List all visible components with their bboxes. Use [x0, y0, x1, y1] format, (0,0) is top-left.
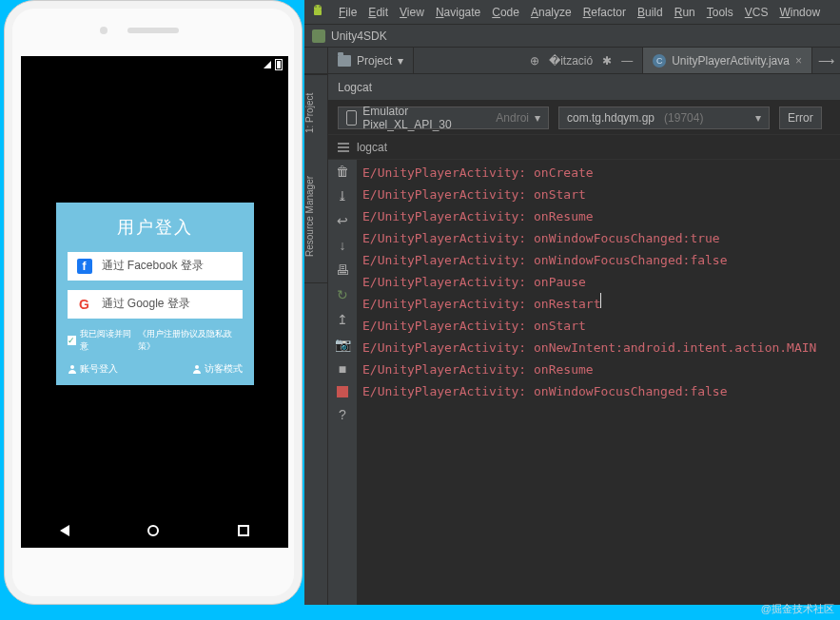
- process-dropdown-label: com.tg.hdqym.gp: [567, 111, 654, 125]
- logcat-tab-label[interactable]: logcat: [357, 141, 387, 154]
- agreement-link[interactable]: 《用户注册协议及隐私政策》: [138, 328, 243, 353]
- nav-recent-button[interactable]: [238, 525, 249, 536]
- android-nav-bar: [21, 513, 288, 548]
- menu-run[interactable]: Run: [669, 4, 701, 21]
- svg-point-0: [70, 365, 74, 369]
- nav-home-button[interactable]: [147, 525, 159, 536]
- log-line: E/UnityPlayerActivity: onStart: [362, 315, 834, 337]
- user-icon: [192, 364, 202, 374]
- log-line: E/UnityPlayerActivity: onWindowFocusChan…: [362, 227, 834, 249]
- android-studio-icon: [310, 3, 325, 22]
- guest-mode-link[interactable]: 访客模式: [192, 362, 243, 376]
- agreement-checkbox[interactable]: ✓: [68, 336, 76, 345]
- log-line: E/UnityPlayerActivity: onWindowFocusChan…: [362, 249, 834, 271]
- facebook-icon: f: [77, 259, 92, 274]
- signal-icon: [264, 61, 271, 68]
- project-module-icon: [312, 29, 325, 43]
- login-title: 用户登入: [68, 216, 243, 239]
- minimize-icon[interactable]: —: [621, 54, 633, 68]
- phone-camera-dot: [100, 27, 107, 34]
- svg-point-1: [195, 365, 199, 369]
- menu-edit[interactable]: Edit: [362, 4, 394, 21]
- logcat-options-icon[interactable]: [338, 143, 349, 152]
- trash-icon[interactable]: 🗑: [336, 164, 349, 179]
- device-dropdown-suffix: Androi: [496, 111, 529, 125]
- menu-code[interactable]: Code: [486, 4, 525, 21]
- svg-point-3: [315, 6, 316, 7]
- menu-view[interactable]: View: [394, 4, 430, 21]
- menu-tools[interactable]: Tools: [701, 4, 739, 21]
- loglevel-dropdown[interactable]: Error: [779, 107, 822, 129]
- log-line: E/UnityPlayerActivity: onPause: [362, 271, 834, 293]
- project-view-dropdown[interactable]: Project ▾: [328, 48, 414, 73]
- process-dropdown-pid: (19704): [664, 111, 703, 125]
- folder-icon: [338, 55, 351, 67]
- log-line: E/UnityPlayerActivity: onNewIntent:andro…: [362, 337, 834, 358]
- google-login-label: 通过 Google 登录: [102, 296, 190, 312]
- root-container: 用户登入 f 通过 Facebook 登录 G 通过 Google 登录 ✓ 我…: [0, 0, 840, 620]
- camera-icon[interactable]: 📷: [335, 337, 351, 352]
- phone-screen: 用户登入 f 通过 Facebook 登录 G 通过 Google 登录 ✓ 我…: [21, 56, 288, 548]
- menu-refactor[interactable]: Refactor: [577, 4, 632, 21]
- device-dropdown-label: Emulator Pixel_XL_API_30: [362, 105, 490, 131]
- stop-icon[interactable]: [337, 386, 348, 397]
- target-icon[interactable]: ⊕: [530, 54, 539, 68]
- down-icon[interactable]: ↓: [340, 238, 346, 253]
- print-icon[interactable]: 🖶: [336, 262, 349, 278]
- editor-file-tab[interactable]: C UnityPlayerActivity.java ×: [642, 48, 811, 73]
- java-class-icon: C: [653, 54, 666, 68]
- menu-bar: FileEditViewNavigateCodeAnalyzeRefactorB…: [304, 0, 840, 25]
- split-icon[interactable]: �ització: [549, 54, 593, 68]
- logcat-header[interactable]: Logcat: [328, 74, 840, 101]
- gear-icon[interactable]: ✱: [602, 54, 612, 68]
- hide-panel-button[interactable]: ⟶: [811, 48, 840, 73]
- chevron-down-icon: ▾: [535, 111, 540, 125]
- left-gutter: 1: Project Resource Manager: [304, 74, 328, 605]
- up-icon[interactable]: ↥: [337, 312, 348, 327]
- log-line: E/UnityPlayerActivity: onRestart: [362, 293, 834, 315]
- loglevel-dropdown-label: Error: [788, 111, 813, 125]
- project-toolbar-icons: ⊕ �ització ✱ —: [520, 48, 642, 73]
- log-line: E/UnityPlayerActivity: onResume: [362, 205, 834, 227]
- app-content-area: 用户登入 f 通过 Facebook 登录 G 通过 Google 登录 ✓ 我…: [21, 73, 288, 513]
- login-card: 用户登入 f 通过 Facebook 登录 G 通过 Google 登录 ✓ 我…: [56, 203, 254, 385]
- editor-file-tab-label: UnityPlayerActivity.java: [672, 54, 790, 68]
- facebook-login-button[interactable]: f 通过 Facebook 登录: [68, 252, 243, 281]
- soft-wrap-icon[interactable]: ↩: [337, 213, 348, 228]
- log-line: E/UnityPlayerActivity: onResume: [362, 358, 834, 380]
- account-login-label: 账号登入: [80, 362, 118, 376]
- nav-back-button[interactable]: [60, 525, 69, 536]
- restart-icon[interactable]: ↻: [337, 287, 348, 302]
- account-login-link[interactable]: 账号登入: [68, 362, 118, 376]
- menu-navigate[interactable]: Navigate: [430, 4, 486, 21]
- scroll-end-icon[interactable]: ⤓: [337, 188, 348, 203]
- menu-vcs[interactable]: VCS: [739, 4, 774, 21]
- ide-body: 1: Project Resource Manager Logcat Emula…: [304, 74, 840, 605]
- left-toolwindow-stripe[interactable]: [304, 48, 328, 73]
- svg-rect-2: [314, 10, 322, 15]
- logcat-body: 🗑 ⤓ ↩ ↓ 🖶 ↻ ↥ 📷 ■ ? E/UnityPlayerActivit…: [328, 160, 840, 605]
- google-login-button[interactable]: G 通过 Google 登录: [68, 290, 243, 319]
- agreement-row[interactable]: ✓ 我已阅读并同意 《用户注册协议及隐私政策》: [68, 328, 243, 353]
- logcat-controls-row: Emulator Pixel_XL_API_30 Androi ▾ com.tg…: [328, 101, 840, 135]
- logcat-output[interactable]: E/UnityPlayerActivity: onCreateE/UnityPl…: [357, 160, 840, 605]
- menu-file[interactable]: File: [333, 4, 362, 21]
- project-view-label: Project: [357, 54, 392, 68]
- device-dropdown[interactable]: Emulator Pixel_XL_API_30 Androi ▾: [338, 107, 549, 129]
- watermark-text: @掘金技术社区: [761, 602, 834, 616]
- android-status-bar: [21, 56, 288, 73]
- google-icon: G: [77, 297, 92, 312]
- process-dropdown[interactable]: com.tg.hdqym.gp (19704) ▾: [558, 107, 770, 129]
- menu-analyze[interactable]: Analyze: [525, 4, 577, 21]
- project-toolwindow-button[interactable]: 1: Project: [304, 74, 327, 150]
- menu-window[interactable]: Window: [773, 4, 826, 21]
- menu-items-container: FileEditViewNavigateCodeAnalyzeRefactorB…: [333, 6, 826, 19]
- close-icon[interactable]: ×: [795, 54, 802, 68]
- user-icon: [68, 364, 77, 374]
- help-icon[interactable]: ?: [339, 407, 346, 422]
- logcat-side-toolbar: 🗑 ⤓ ↩ ↓ 🖶 ↻ ↥ 📷 ■ ?: [328, 160, 357, 605]
- menu-build[interactable]: Build: [632, 4, 669, 21]
- record-icon[interactable]: ■: [339, 361, 346, 377]
- resource-manager-toolwindow-button[interactable]: Resource Manager: [304, 150, 327, 283]
- log-line: E/UnityPlayerActivity: onCreate: [362, 162, 834, 184]
